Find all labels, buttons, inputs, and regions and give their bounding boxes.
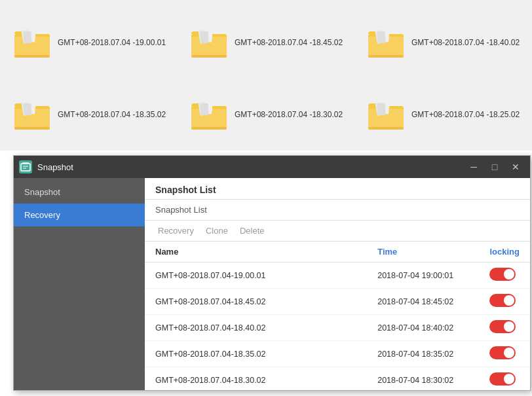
row-name-2: GMT+08-2018.07.04-18.40.02 <box>145 315 367 341</box>
svg-rect-23 <box>14 127 50 130</box>
toggle-lock-4[interactable] <box>489 372 516 386</box>
svg-rect-4 <box>23 31 31 43</box>
main-content: Snapshot List Snapshot List Recovery Clo… <box>145 178 530 390</box>
svg-rect-34 <box>377 103 385 115</box>
snapshot-list-label: Snapshot List <box>155 205 207 215</box>
folder-label-2: GMT+08-2018.07.04 -18.45.02 <box>235 37 343 48</box>
folder-item-1[interactable]: GMT+08-2018.07.04 -19.00.01 <box>13 10 183 75</box>
main-header: Snapshot List <box>145 178 530 200</box>
desktop-area: GMT+08-2018.07.04 -19.00.01 GMT+08-2018.… <box>0 0 532 151</box>
snapshot-list-header: Snapshot List <box>145 200 530 221</box>
sidebar: Snapshot Recovery <box>14 178 145 390</box>
svg-rect-11 <box>191 55 227 58</box>
svg-rect-16 <box>377 31 385 43</box>
folder-label-5: GMT+08-2018.07.04 -18.30.02 <box>235 109 343 120</box>
table-row[interactable]: GMT+08-2018.07.04-19.00.012018-07-04 19:… <box>145 262 530 289</box>
minimize-button[interactable]: ─ <box>465 160 483 173</box>
snapshot-window: Snapshot ─ □ ✕ Snapshot Recovery Snapsho… <box>13 155 531 391</box>
col-header-locking: locking <box>479 242 530 262</box>
table-row[interactable]: GMT+08-2018.07.04-18.35.022018-07-04 18:… <box>145 341 530 367</box>
folder-item-2[interactable]: GMT+08-2018.07.04 -18.45.02 <box>190 10 360 75</box>
row-name-3: GMT+08-2018.07.04-18.35.02 <box>145 341 367 367</box>
toggle-lock-3[interactable] <box>489 346 516 359</box>
folder-label-3: GMT+08-2018.07.04 -18.40.02 <box>411 37 520 48</box>
folder-label-6: GMT+08-2018.07.04 -18.25.02 <box>411 109 520 120</box>
svg-rect-22 <box>23 103 31 115</box>
toggle-lock-1[interactable] <box>489 294 516 307</box>
folder-item-3[interactable]: GMT+08-2018.07.04 -18.40.02 <box>367 10 532 75</box>
sidebar-item-snapshot[interactable]: Snapshot <box>14 181 145 204</box>
window-controls: ─ □ ✕ <box>465 160 525 173</box>
close-button[interactable]: ✕ <box>506 160 525 173</box>
row-time-0: 2018-07-04 19:00:01 <box>367 262 479 289</box>
sidebar-item-recovery[interactable]: Recovery <box>14 204 145 226</box>
toggle-lock-0[interactable] <box>489 268 516 281</box>
row-name-0: GMT+08-2018.07.04-19.00.01 <box>145 262 367 289</box>
delete-action-button[interactable]: Delete <box>237 225 267 237</box>
row-lock-4[interactable] <box>479 367 530 391</box>
row-name-1: GMT+08-2018.07.04-18.45.02 <box>145 289 367 315</box>
clone-action-button[interactable]: Clone <box>203 225 231 237</box>
snapshot-table: Name Time locking GMT+08-2018.07.04-19.0… <box>145 242 530 390</box>
row-time-2: 2018-07-04 18:40:02 <box>367 315 479 341</box>
svg-rect-28 <box>200 103 208 115</box>
folder-item-6[interactable]: GMT+08-2018.07.04 -18.25.02 <box>367 82 532 147</box>
titlebar: Snapshot ─ □ ✕ <box>14 156 530 178</box>
window-body: Snapshot Recovery Snapshot List Snapshot… <box>14 178 530 390</box>
row-lock-3[interactable] <box>479 341 530 367</box>
row-time-1: 2018-07-04 18:45:02 <box>367 289 479 315</box>
col-header-name: Name <box>145 242 367 262</box>
svg-rect-29 <box>191 127 227 130</box>
row-time-3: 2018-07-04 18:35:02 <box>367 341 479 367</box>
table-row[interactable]: GMT+08-2018.07.04-18.45.022018-07-04 18:… <box>145 289 530 315</box>
folder-label-4: GMT+08-2018.07.04 -18.35.02 <box>58 109 166 120</box>
row-lock-0[interactable] <box>479 262 530 289</box>
svg-rect-5 <box>14 55 50 58</box>
maximize-button[interactable]: □ <box>485 160 504 173</box>
window-title: Snapshot <box>37 162 465 172</box>
folder-item-5[interactable]: GMT+08-2018.07.04 -18.30.02 <box>190 82 360 147</box>
folder-item-4[interactable]: GMT+08-2018.07.04 -18.35.02 <box>13 82 183 147</box>
svg-rect-35 <box>368 127 404 130</box>
table-row[interactable]: GMT+08-2018.07.04-18.40.022018-07-04 18:… <box>145 315 530 341</box>
row-time-4: 2018-07-04 18:30:02 <box>367 367 479 391</box>
row-name-4: GMT+08-2018.07.04-18.30.02 <box>145 367 367 391</box>
action-bar: Recovery Clone Delete <box>145 221 530 242</box>
svg-rect-17 <box>368 55 404 58</box>
folder-label-1: GMT+08-2018.07.04 -19.00.01 <box>58 37 166 48</box>
row-lock-2[interactable] <box>479 315 530 341</box>
recovery-action-button[interactable]: Recovery <box>155 225 197 237</box>
col-header-time: Time <box>367 242 479 262</box>
row-lock-1[interactable] <box>479 289 530 315</box>
svg-rect-10 <box>200 31 208 43</box>
app-icon <box>19 160 32 173</box>
svg-rect-36 <box>21 164 30 171</box>
table-row[interactable]: GMT+08-2018.07.04-18.30.022018-07-04 18:… <box>145 367 530 391</box>
toggle-lock-2[interactable] <box>489 320 516 333</box>
